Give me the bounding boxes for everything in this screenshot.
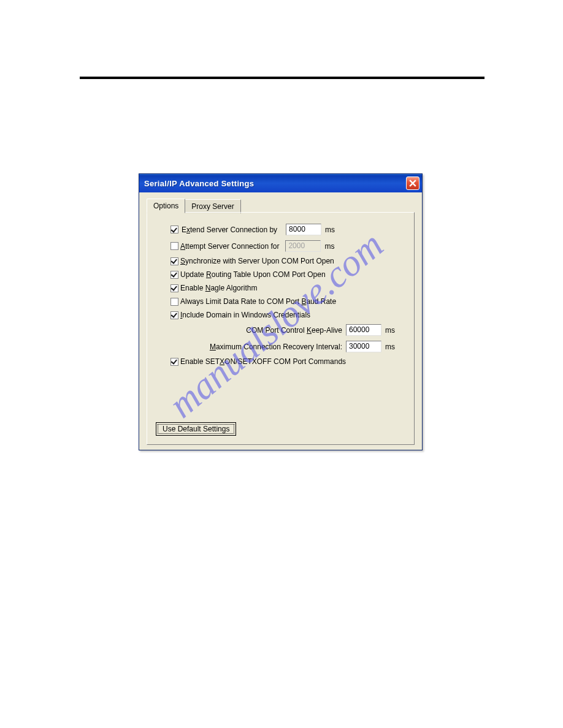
checkbox-domain[interactable] — [170, 311, 178, 319]
label-keepalive: COM Port Control Keep-Alive — [196, 326, 342, 335]
client-area: Options Proxy Server Extend Server Conne… — [139, 192, 422, 450]
row-keepalive: COM Port Control Keep-Alive 60000 ms — [168, 324, 405, 336]
options-panel: Extend Server Connection by 8000 ms Atte… — [147, 212, 415, 445]
label-attempt: Attempt Server Connection for — [180, 242, 279, 251]
advanced-settings-dialog: Serial/IP Advanced Settings Options Prox… — [139, 173, 423, 450]
label-sync: Synchronize with Server Upon COM Port Op… — [180, 257, 334, 265]
checkbox-sync[interactable] — [170, 257, 178, 265]
checkbox-limit[interactable] — [170, 298, 178, 306]
row-attempt: Attempt Server Connection for 2000 ms — [168, 240, 405, 252]
unit-recovery: ms — [385, 343, 395, 351]
tab-options[interactable]: Options — [147, 199, 185, 213]
label-nagle: Enable Nagle Algorithm — [180, 284, 257, 292]
input-recovery-ms[interactable]: 30000 — [346, 341, 381, 352]
close-button[interactable] — [406, 176, 419, 190]
row-extend: Extend Server Connection by 8000 ms — [168, 224, 405, 235]
label-routing: Update Routing Table Upon COM Port Open — [180, 270, 326, 279]
input-attempt-ms: 2000 — [285, 240, 321, 252]
row-sync: Synchronize with Server Upon COM Port Op… — [168, 257, 405, 265]
checkbox-attempt[interactable] — [170, 242, 178, 250]
label-extend: Extend Server Connection by — [180, 226, 277, 234]
close-icon — [409, 180, 416, 187]
label-domain: Include Domain in Windows Credentials — [180, 311, 310, 319]
checkbox-routing[interactable] — [170, 271, 178, 279]
window-title: Serial/IP Advanced Settings — [144, 179, 406, 188]
row-nagle: Enable Nagle Algorithm — [168, 284, 405, 292]
checkbox-setxon[interactable] — [170, 358, 178, 366]
row-routing: Update Routing Table Upon COM Port Open — [168, 270, 405, 279]
horizontal-rule — [80, 77, 484, 79]
tab-strip: Options Proxy Server — [147, 199, 415, 213]
label-recovery: Maximum Connection Recovery Interval: — [196, 343, 342, 351]
unit-extend: ms — [325, 226, 335, 234]
input-extend-ms[interactable]: 8000 — [286, 224, 321, 235]
input-keepalive-ms[interactable]: 60000 — [346, 324, 381, 336]
tab-proxy-server[interactable]: Proxy Server — [185, 199, 240, 213]
row-recovery: Maximum Connection Recovery Interval: 30… — [168, 341, 405, 352]
titlebar[interactable]: Serial/IP Advanced Settings — [139, 174, 422, 192]
unit-keepalive: ms — [385, 326, 395, 335]
row-setxon: Enable SETXON/SETXOFF COM Port Commands — [168, 357, 405, 366]
use-default-settings-button[interactable]: Use Default Settings — [156, 422, 236, 436]
row-domain: Include Domain in Windows Credentials — [168, 311, 405, 319]
checkbox-nagle[interactable] — [170, 284, 178, 292]
unit-attempt: ms — [324, 242, 334, 251]
row-limit: Always Limit Data Rate to COM Port Baud … — [168, 297, 405, 306]
label-limit: Always Limit Data Rate to COM Port Baud … — [180, 297, 336, 306]
label-setxon: Enable SETXON/SETXOFF COM Port Commands — [180, 357, 346, 366]
checkbox-extend[interactable] — [170, 226, 178, 233]
